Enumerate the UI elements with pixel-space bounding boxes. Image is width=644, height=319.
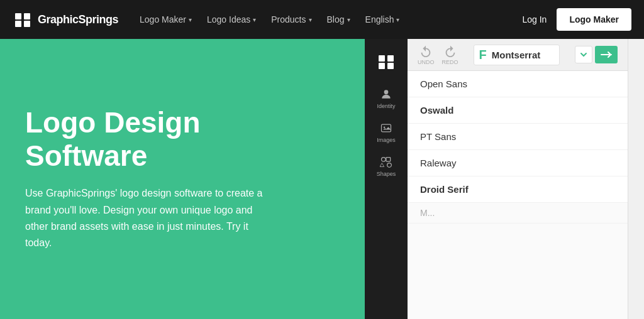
font-list-item[interactable]: Oswald — [408, 97, 628, 124]
svg-point-10 — [384, 127, 386, 129]
tool-identity[interactable]: Identity — [365, 82, 408, 116]
nav-item-english[interactable]: English ▾ — [359, 11, 406, 28]
tool-images-label: Images — [377, 137, 396, 143]
svg-rect-12 — [386, 158, 391, 162]
panel-controls — [575, 46, 618, 63]
chevron-down-icon: ▾ — [189, 16, 192, 23]
font-list: Open Sans Oswald PT Sans Raleway Droid S… — [408, 71, 628, 319]
svg-point-11 — [382, 158, 386, 162]
chevron-down-icon: ▾ — [253, 16, 256, 23]
login-button[interactable]: Log In — [522, 14, 547, 24]
svg-rect-9 — [382, 124, 391, 132]
nav-item-products[interactable]: Products ▾ — [265, 11, 318, 28]
svg-rect-0 — [15, 13, 21, 19]
chevron-down-icon: ▾ — [396, 16, 399, 23]
svg-rect-6 — [379, 63, 385, 69]
font-panel-header: UNDO REDO F Montserrat — [408, 39, 628, 71]
svg-rect-2 — [15, 21, 21, 27]
tool-shapes-label: Shapes — [377, 171, 396, 177]
font-list-item[interactable]: Raleway — [408, 150, 628, 176]
font-selected-name: Montserrat — [492, 50, 554, 60]
navbar-left: GraphicSprings Logo Maker ▾ Logo Ideas ▾… — [13, 9, 406, 30]
hero-section: Logo Design Software Use GraphicSprings'… — [0, 39, 365, 319]
hero-title: Logo Design Software — [25, 106, 340, 173]
brand-name: GraphicSprings — [38, 13, 118, 26]
svg-rect-4 — [379, 55, 385, 62]
font-panel: UNDO REDO F Montserrat — [408, 39, 628, 319]
font-f-icon: F — [479, 48, 487, 62]
chevron-down-icon: ▾ — [309, 16, 312, 23]
nav-links: Logo Maker ▾ Logo Ideas ▾ Products ▾ Blo… — [133, 11, 406, 28]
navbar-right: Log In Logo Maker — [522, 8, 631, 31]
font-selected-row[interactable]: F Montserrat — [474, 45, 560, 65]
dots-panel — [628, 39, 644, 319]
nav-item-logo-maker[interactable]: Logo Maker ▾ — [133, 11, 198, 28]
editor-section: Identity Images Shapes — [365, 39, 644, 319]
brand-logo-icon[interactable] — [13, 9, 33, 30]
svg-rect-3 — [24, 21, 30, 27]
tool-shapes[interactable]: Shapes — [365, 149, 408, 183]
tool-panel: Identity Images Shapes — [365, 39, 408, 319]
nav-item-logo-ideas[interactable]: Logo Ideas ▾ — [201, 11, 262, 28]
svg-point-8 — [384, 90, 389, 94]
tool-images[interactable]: Images — [365, 116, 408, 149]
font-list-item-partial: M... — [408, 203, 628, 224]
font-list-item[interactable]: PT Sans — [408, 124, 628, 150]
logo-maker-cta-button[interactable]: Logo Maker — [557, 8, 631, 31]
svg-rect-1 — [24, 13, 30, 19]
nav-item-blog[interactable]: Blog ▾ — [321, 11, 357, 28]
undo-button[interactable]: UNDO — [418, 44, 435, 65]
chevron-down-button[interactable] — [575, 46, 592, 63]
font-list-item[interactable]: Droid Serif — [408, 176, 628, 203]
svg-rect-7 — [387, 63, 394, 69]
undo-redo-group: UNDO REDO — [418, 44, 458, 65]
tool-identity-label: Identity — [377, 103, 395, 109]
redo-button[interactable]: REDO — [442, 44, 458, 65]
chevron-down-icon: ▾ — [347, 16, 350, 23]
svg-rect-5 — [387, 55, 394, 62]
font-list-item[interactable]: Open Sans — [408, 71, 628, 97]
navbar: GraphicSprings Logo Maker ▾ Logo Ideas ▾… — [0, 0, 644, 39]
editor-logo — [365, 45, 408, 78]
arrows-button[interactable] — [595, 46, 618, 63]
svg-point-13 — [387, 163, 392, 168]
main-content: Logo Design Software Use GraphicSprings'… — [0, 39, 644, 319]
hero-description: Use GraphicSprings' logo design software… — [25, 185, 264, 252]
